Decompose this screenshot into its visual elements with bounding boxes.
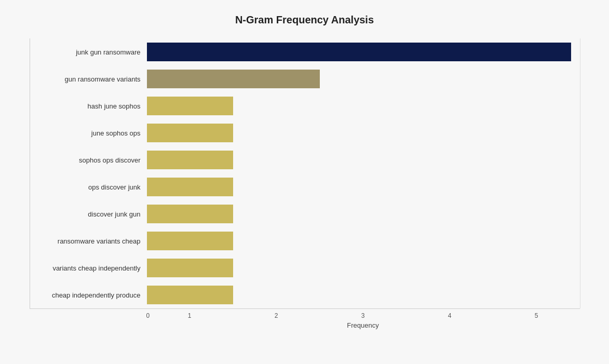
bar-label: discover junk gun bbox=[30, 210, 147, 218]
bar-row: hash june sophos bbox=[30, 92, 580, 119]
x-tick: 3 bbox=[320, 312, 407, 319]
bar-row: gun ransomware variants bbox=[30, 65, 580, 92]
bar-label: variants cheap independently bbox=[30, 264, 147, 272]
x-tick: 1 bbox=[146, 312, 233, 319]
bar-track bbox=[147, 38, 580, 65]
bar-track bbox=[147, 254, 580, 281]
x-axis-label: Frequency bbox=[146, 321, 580, 329]
bar bbox=[147, 232, 234, 250]
bar bbox=[147, 97, 234, 115]
bar-track bbox=[147, 146, 580, 173]
bar-track bbox=[147, 119, 580, 146]
bar bbox=[147, 70, 320, 88]
bar-label: cheap independently produce bbox=[30, 291, 147, 299]
bar-label: gun ransomware variants bbox=[30, 75, 147, 83]
x-tick: 4 bbox=[407, 312, 493, 319]
bar bbox=[147, 151, 234, 169]
bar-track bbox=[147, 281, 580, 308]
bar bbox=[147, 43, 571, 61]
chart-container: N-Gram Frequency Analysis junk gun ranso… bbox=[19, 4, 590, 360]
x-tick: 5 bbox=[493, 312, 580, 319]
bar-row: sophos ops discover bbox=[30, 146, 580, 173]
bar-row: junk gun ransomware bbox=[30, 38, 580, 65]
bar bbox=[147, 124, 234, 142]
x-tick: 2 bbox=[233, 312, 320, 319]
bar bbox=[147, 205, 234, 223]
bar-row: ransomware variants cheap bbox=[30, 227, 580, 254]
bar-row: discover junk gun bbox=[30, 200, 580, 227]
bar-label: ransomware variants cheap bbox=[30, 237, 147, 245]
bar-track bbox=[147, 92, 580, 119]
bar-track bbox=[147, 200, 580, 227]
bar-label: hash june sophos bbox=[30, 102, 147, 110]
bar-row: cheap independently produce bbox=[30, 281, 580, 308]
bar-row: ops discover junk bbox=[30, 173, 580, 200]
bar bbox=[147, 259, 234, 277]
bar-label: junk gun ransomware bbox=[30, 48, 147, 56]
bar-track bbox=[147, 173, 580, 200]
bar-track bbox=[147, 227, 580, 254]
bar-row: june sophos ops bbox=[30, 119, 580, 146]
chart-area: junk gun ransomwaregun ransomware varian… bbox=[30, 38, 580, 309]
bar-track bbox=[147, 65, 580, 92]
bar-label: june sophos ops bbox=[30, 129, 147, 137]
grid-line bbox=[580, 38, 580, 308]
bar-row: variants cheap independently bbox=[30, 254, 580, 281]
x-axis: 012345 bbox=[146, 309, 580, 319]
bar bbox=[147, 178, 234, 196]
bar bbox=[147, 286, 234, 304]
chart-title: N-Gram Frequency Analysis bbox=[30, 14, 580, 26]
bar-label: ops discover junk bbox=[30, 183, 147, 191]
bar-label: sophos ops discover bbox=[30, 156, 147, 164]
